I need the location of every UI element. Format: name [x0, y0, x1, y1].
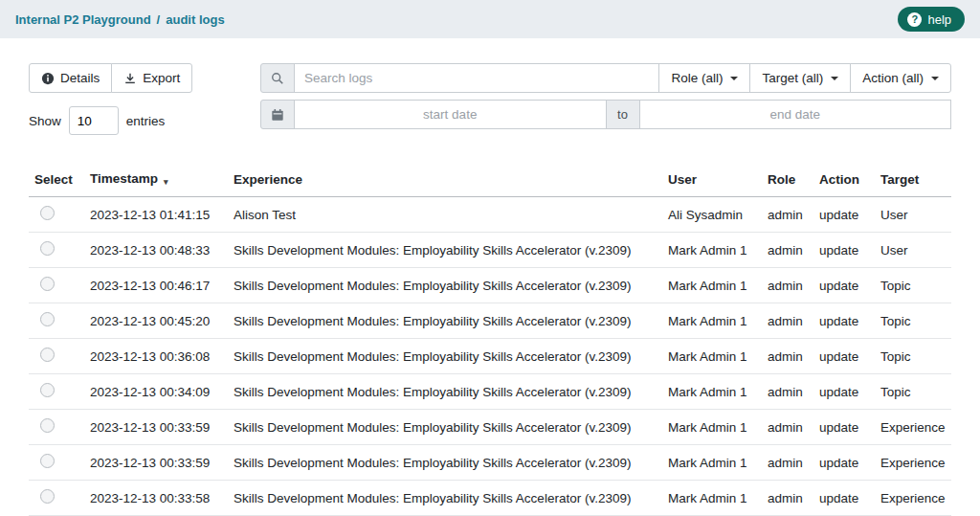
row-timestamp: 2023-12-13 00:33:59: [84, 410, 228, 445]
controls-right: Role (all) Target (all) Action (all) to: [260, 63, 951, 129]
row-select-checkbox[interactable]: [40, 454, 55, 468]
row-user: Ali Sysadmin: [662, 197, 762, 233]
chevron-down-icon: [730, 77, 738, 80]
show-entries-control: Show entries: [29, 106, 258, 135]
row-select-cell: [29, 268, 84, 303]
chevron-down-icon: [931, 77, 939, 80]
date-range-group: to: [260, 100, 951, 129]
row-user: Mark Admin 1: [662, 303, 762, 339]
target-filter-dropdown[interactable]: Target (all): [749, 63, 851, 93]
row-role: admin: [762, 445, 813, 481]
audit-table-header: Select Timestamp▾ Experience User Role A…: [29, 164, 951, 197]
row-role: admin: [762, 303, 813, 339]
row-action: update: [813, 410, 875, 445]
row-timestamp: 2023-12-13 00:45:20: [84, 303, 228, 339]
row-action: update: [813, 233, 875, 268]
date-range-to-label: to: [606, 100, 640, 129]
row-target: Topic: [875, 303, 951, 339]
table-row: 2023-12-13 00:36:08 Skills Development M…: [29, 339, 951, 374]
column-header-role[interactable]: Role: [762, 164, 813, 197]
row-select-cell: [29, 233, 84, 268]
row-target: Topic: [875, 268, 951, 303]
start-date-input[interactable]: [294, 100, 607, 129]
role-filter-dropdown[interactable]: Role (all): [658, 63, 750, 93]
row-action: update: [813, 445, 875, 481]
main-content: Details Export Show entries: [0, 38, 980, 516]
top-header-bar: Internal P2 Playground / audit logs ? he…: [0, 0, 980, 38]
row-action: update: [813, 339, 875, 374]
question-circle-icon: ?: [907, 12, 922, 27]
row-user: Mark Admin 1: [662, 374, 762, 410]
column-header-experience[interactable]: Experience: [228, 164, 662, 197]
timestamp-header-label: Timestamp: [90, 171, 158, 186]
row-target: Experience: [875, 445, 951, 481]
download-icon: [123, 72, 137, 85]
export-button[interactable]: Export: [111, 63, 192, 93]
help-button[interactable]: ? help: [898, 7, 965, 32]
action-filter-label: Action (all): [862, 71, 924, 85]
table-row: 2023-12-13 00:33:59 Skills Development M…: [29, 410, 951, 445]
row-timestamp: 2023-12-13 00:48:33: [84, 233, 228, 268]
row-timestamp: 2023-12-13 00:46:17: [84, 268, 228, 303]
row-select-checkbox[interactable]: [40, 418, 55, 433]
table-row: 2023-12-13 00:48:33 Skills Development M…: [29, 233, 951, 268]
row-select-cell: [29, 445, 84, 481]
audit-table-body: 2023-12-13 01:41:15 Alison Test Ali Sysa…: [29, 197, 951, 516]
row-action: update: [813, 303, 875, 339]
breadcrumb: Internal P2 Playground / audit logs: [15, 12, 225, 27]
row-select-checkbox[interactable]: [40, 348, 55, 362]
row-select-checkbox[interactable]: [40, 277, 55, 291]
controls-left: Details Export Show entries: [29, 63, 258, 135]
breadcrumb-root-link[interactable]: Internal P2 Playground: [15, 12, 151, 27]
details-export-group: Details Export: [29, 63, 192, 93]
row-select-checkbox[interactable]: [40, 241, 55, 256]
details-button[interactable]: Details: [29, 63, 112, 93]
column-header-timestamp[interactable]: Timestamp▾: [84, 164, 228, 197]
row-experience: Skills Development Modules: Employabilit…: [228, 233, 662, 268]
help-button-label: help: [927, 12, 951, 27]
row-role: admin: [762, 197, 813, 233]
row-experience: Skills Development Modules: Employabilit…: [228, 410, 662, 445]
row-select-checkbox[interactable]: [40, 489, 55, 504]
row-select-checkbox[interactable]: [40, 206, 55, 220]
row-timestamp: 2023-12-13 00:34:09: [84, 374, 228, 410]
row-target: Topic: [875, 339, 951, 374]
row-timestamp: 2023-12-13 00:33:58: [84, 481, 228, 516]
end-date-input[interactable]: [639, 100, 952, 129]
row-role: admin: [762, 339, 813, 374]
column-header-target[interactable]: Target: [875, 164, 951, 197]
details-button-label: Details: [60, 71, 100, 85]
row-role: admin: [762, 268, 813, 303]
target-filter-label: Target (all): [762, 71, 823, 85]
show-label: Show: [29, 114, 61, 128]
row-action: update: [813, 481, 875, 516]
table-row: 2023-12-13 00:46:17 Skills Development M…: [29, 268, 951, 303]
row-select-checkbox[interactable]: [40, 312, 55, 326]
row-user: Mark Admin 1: [662, 268, 762, 303]
row-select-cell: [29, 374, 84, 410]
row-select-cell: [29, 197, 84, 233]
row-role: admin: [762, 410, 813, 445]
row-experience: Skills Development Modules: Employabilit…: [228, 445, 662, 481]
row-action: update: [813, 374, 875, 410]
info-icon: [41, 72, 55, 85]
row-target: User: [875, 233, 951, 268]
calendar-icon: [260, 100, 295, 129]
row-role: admin: [762, 481, 813, 516]
search-icon: [260, 63, 295, 93]
search-input[interactable]: [294, 63, 659, 93]
row-select-cell: [29, 481, 84, 516]
row-timestamp: 2023-12-13 01:41:15: [84, 197, 228, 233]
table-row: 2023-12-13 00:33:59 Skills Development M…: [29, 445, 951, 481]
row-user: Mark Admin 1: [662, 481, 762, 516]
entries-count-input[interactable]: [69, 106, 119, 135]
row-experience: Skills Development Modules: Employabilit…: [228, 268, 662, 303]
entries-label: entries: [126, 114, 166, 128]
row-user: Mark Admin 1: [662, 339, 762, 374]
column-header-action[interactable]: Action: [813, 164, 875, 197]
row-select-checkbox[interactable]: [40, 383, 55, 397]
column-header-user[interactable]: User: [662, 164, 762, 197]
row-action: update: [813, 268, 875, 303]
row-experience: Skills Development Modules: Employabilit…: [228, 374, 662, 410]
action-filter-dropdown[interactable]: Action (all): [850, 63, 951, 93]
